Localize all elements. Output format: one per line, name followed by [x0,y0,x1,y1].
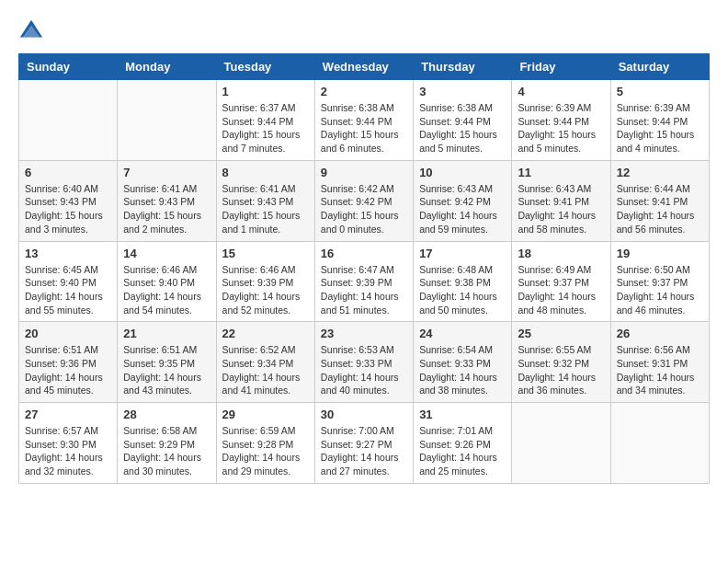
day-info: Sunrise: 6:43 AM Sunset: 9:41 PM Dayligh… [518,182,604,236]
day-info: Sunrise: 6:43 AM Sunset: 9:42 PM Dayligh… [419,182,506,236]
calendar-day-cell: 3Sunrise: 6:38 AM Sunset: 9:44 PM Daylig… [414,80,512,161]
calendar-day-cell: 6Sunrise: 6:40 AM Sunset: 9:43 PM Daylig… [19,160,118,241]
weekday-header: Tuesday [216,54,314,80]
day-info: Sunrise: 6:56 AM Sunset: 9:31 PM Dayligh… [617,343,703,397]
weekday-header: Friday [512,54,610,80]
day-number: 27 [25,408,111,421]
day-info: Sunrise: 6:41 AM Sunset: 9:43 PM Dayligh… [123,182,210,236]
day-number: 28 [123,408,210,421]
calendar-day-cell: 25Sunrise: 6:55 AM Sunset: 9:32 PM Dayli… [512,322,610,403]
day-info: Sunrise: 6:37 AM Sunset: 9:44 PM Dayligh… [222,101,309,155]
calendar-day-cell: 29Sunrise: 6:59 AM Sunset: 9:28 PM Dayli… [216,403,314,484]
calendar-day-cell: 19Sunrise: 6:50 AM Sunset: 9:37 PM Dayli… [610,241,709,322]
calendar-day-cell: 8Sunrise: 6:41 AM Sunset: 9:43 PM Daylig… [216,160,314,241]
day-info: Sunrise: 6:44 AM Sunset: 9:41 PM Dayligh… [617,182,703,236]
day-info: Sunrise: 7:01 AM Sunset: 9:26 PM Dayligh… [419,424,506,478]
calendar-day-cell [19,80,118,161]
day-number: 22 [222,327,309,340]
day-number: 18 [518,247,604,260]
calendar-day-cell: 24Sunrise: 6:54 AM Sunset: 9:33 PM Dayli… [414,322,512,403]
day-info: Sunrise: 6:38 AM Sunset: 9:44 PM Dayligh… [419,101,506,155]
calendar-day-cell: 2Sunrise: 6:38 AM Sunset: 9:44 PM Daylig… [314,80,413,161]
day-number: 6 [25,166,111,179]
day-number: 26 [617,327,703,340]
day-number: 15 [222,247,309,260]
weekday-header-row: SundayMondayTuesdayWednesdayThursdayFrid… [19,54,710,80]
day-info: Sunrise: 6:45 AM Sunset: 9:40 PM Dayligh… [25,263,111,317]
day-info: Sunrise: 6:58 AM Sunset: 9:29 PM Dayligh… [123,424,210,478]
day-number: 25 [518,327,604,340]
day-number: 12 [617,166,703,179]
calendar-week-row: 13Sunrise: 6:45 AM Sunset: 9:40 PM Dayli… [19,241,710,322]
weekday-header: Monday [118,54,216,80]
day-info: Sunrise: 6:50 AM Sunset: 9:37 PM Dayligh… [617,263,703,317]
calendar-day-cell: 28Sunrise: 6:58 AM Sunset: 9:29 PM Dayli… [118,403,216,484]
day-info: Sunrise: 6:53 AM Sunset: 9:33 PM Dayligh… [321,343,407,397]
day-info: Sunrise: 6:54 AM Sunset: 9:33 PM Dayligh… [419,343,506,397]
calendar-day-cell: 7Sunrise: 6:41 AM Sunset: 9:43 PM Daylig… [118,160,216,241]
day-number: 3 [419,85,506,98]
calendar-day-cell: 21Sunrise: 6:51 AM Sunset: 9:35 PM Dayli… [118,322,216,403]
day-number: 13 [25,247,111,260]
calendar-day-cell: 10Sunrise: 6:43 AM Sunset: 9:42 PM Dayli… [414,160,512,241]
day-info: Sunrise: 6:57 AM Sunset: 9:30 PM Dayligh… [25,424,111,478]
calendar-day-cell: 23Sunrise: 6:53 AM Sunset: 9:33 PM Dayli… [314,322,413,403]
day-info: Sunrise: 6:40 AM Sunset: 9:43 PM Dayligh… [25,182,111,236]
calendar-day-cell [512,403,610,484]
day-number: 20 [25,327,111,340]
day-number: 5 [617,85,703,98]
calendar-day-cell: 16Sunrise: 6:47 AM Sunset: 9:39 PM Dayli… [314,241,413,322]
day-number: 31 [419,408,506,421]
day-info: Sunrise: 6:55 AM Sunset: 9:32 PM Dayligh… [518,343,604,397]
calendar-day-cell: 5Sunrise: 6:39 AM Sunset: 9:44 PM Daylig… [610,80,709,161]
day-info: Sunrise: 7:00 AM Sunset: 9:27 PM Dayligh… [321,424,407,478]
calendar-day-cell: 14Sunrise: 6:46 AM Sunset: 9:40 PM Dayli… [118,241,216,322]
day-info: Sunrise: 6:59 AM Sunset: 9:28 PM Dayligh… [222,424,309,478]
day-info: Sunrise: 6:51 AM Sunset: 9:35 PM Dayligh… [123,343,210,397]
calendar-day-cell: 31Sunrise: 7:01 AM Sunset: 9:26 PM Dayli… [414,403,512,484]
calendar-week-row: 1Sunrise: 6:37 AM Sunset: 9:44 PM Daylig… [19,80,710,161]
day-info: Sunrise: 6:47 AM Sunset: 9:39 PM Dayligh… [321,263,407,317]
day-number: 16 [321,247,407,260]
calendar-day-cell: 15Sunrise: 6:46 AM Sunset: 9:39 PM Dayli… [216,241,314,322]
day-number: 19 [617,247,703,260]
calendar-day-cell: 22Sunrise: 6:52 AM Sunset: 9:34 PM Dayli… [216,322,314,403]
calendar-day-cell: 30Sunrise: 7:00 AM Sunset: 9:27 PM Dayli… [314,403,413,484]
day-info: Sunrise: 6:42 AM Sunset: 9:42 PM Dayligh… [321,182,407,236]
logo [18,18,48,44]
day-info: Sunrise: 6:46 AM Sunset: 9:40 PM Dayligh… [123,263,210,317]
day-info: Sunrise: 6:39 AM Sunset: 9:44 PM Dayligh… [518,101,604,155]
day-number: 17 [419,247,506,260]
weekday-header: Saturday [610,54,709,80]
calendar-day-cell [610,403,709,484]
day-info: Sunrise: 6:48 AM Sunset: 9:38 PM Dayligh… [419,263,506,317]
day-info: Sunrise: 6:49 AM Sunset: 9:37 PM Dayligh… [518,263,604,317]
day-info: Sunrise: 6:52 AM Sunset: 9:34 PM Dayligh… [222,343,309,397]
logo-icon [18,18,44,44]
day-number: 11 [518,166,604,179]
weekday-header: Sunday [19,54,118,80]
day-number: 8 [222,166,309,179]
calendar-table: SundayMondayTuesdayWednesdayThursdayFrid… [18,53,710,484]
calendar-day-cell: 9Sunrise: 6:42 AM Sunset: 9:42 PM Daylig… [314,160,413,241]
calendar-day-cell [118,80,216,161]
day-number: 24 [419,327,506,340]
day-info: Sunrise: 6:41 AM Sunset: 9:43 PM Dayligh… [222,182,309,236]
day-number: 14 [123,247,210,260]
calendar-week-row: 20Sunrise: 6:51 AM Sunset: 9:36 PM Dayli… [19,322,710,403]
day-info: Sunrise: 6:38 AM Sunset: 9:44 PM Dayligh… [321,101,407,155]
weekday-header: Wednesday [314,54,413,80]
day-number: 10 [419,166,506,179]
day-info: Sunrise: 6:51 AM Sunset: 9:36 PM Dayligh… [25,343,111,397]
calendar-day-cell: 26Sunrise: 6:56 AM Sunset: 9:31 PM Dayli… [610,322,709,403]
day-number: 21 [123,327,210,340]
day-number: 2 [321,85,407,98]
calendar-day-cell: 13Sunrise: 6:45 AM Sunset: 9:40 PM Dayli… [19,241,118,322]
day-info: Sunrise: 6:46 AM Sunset: 9:39 PM Dayligh… [222,263,309,317]
day-info: Sunrise: 6:39 AM Sunset: 9:44 PM Dayligh… [617,101,703,155]
calendar-day-cell: 18Sunrise: 6:49 AM Sunset: 9:37 PM Dayli… [512,241,610,322]
day-number: 4 [518,85,604,98]
calendar-day-cell: 4Sunrise: 6:39 AM Sunset: 9:44 PM Daylig… [512,80,610,161]
day-number: 23 [321,327,407,340]
day-number: 7 [123,166,210,179]
